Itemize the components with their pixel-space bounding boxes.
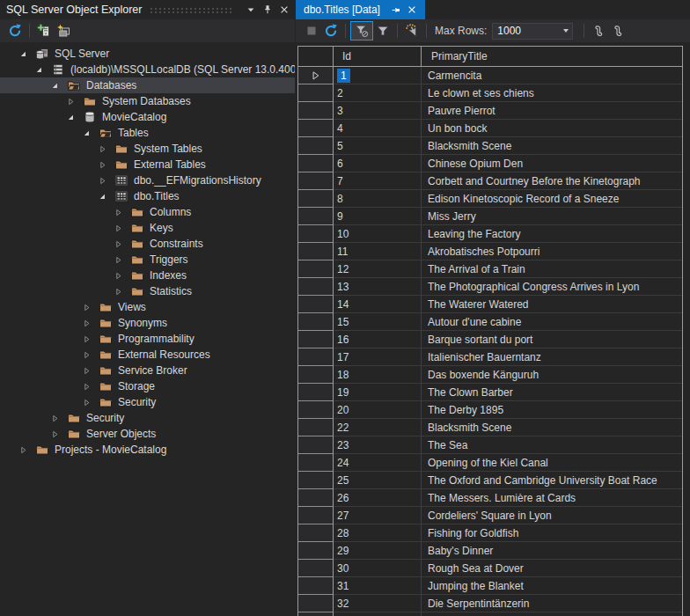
expand-arrow-icon[interactable] <box>113 268 123 282</box>
cell-primarytitle[interactable]: The Sea <box>422 436 682 454</box>
cell-primarytitle[interactable]: The Arrival of a Train <box>422 260 682 278</box>
column-header-primarytitle[interactable]: PrimaryTitle <box>422 47 682 66</box>
refresh-button[interactable] <box>321 21 341 40</box>
cell-id[interactable]: 7 <box>334 172 422 190</box>
refresh-button[interactable] <box>5 21 25 40</box>
tree-item-service-broker[interactable]: Service Broker <box>0 363 295 378</box>
collapse-arrow-icon[interactable] <box>49 78 60 92</box>
row-header[interactable] <box>298 172 334 190</box>
cell-primarytitle[interactable]: Chinese Opium Den <box>422 155 682 172</box>
cell-primarytitle[interactable]: Opening of the Kiel Canal <box>422 454 682 472</box>
cell-id[interactable]: 3 <box>334 102 422 120</box>
cell-id[interactable]: 9 <box>334 208 422 225</box>
row-header[interactable] <box>298 454 334 472</box>
cell-id[interactable]: 28 <box>334 524 422 542</box>
tree-item-statistics[interactable]: Statistics <box>0 283 295 299</box>
cell-primarytitle[interactable]: Carmencita <box>422 67 682 84</box>
cell-id[interactable]: 20 <box>334 401 422 419</box>
cell-primarytitle[interactable]: Miss Jerry <box>422 208 682 225</box>
row-header[interactable] <box>298 331 334 348</box>
collapse-arrow-icon[interactable] <box>65 110 76 124</box>
cell-primarytitle[interactable]: The Clown Barber <box>422 384 682 401</box>
cell-id[interactable] <box>334 612 422 616</box>
row-header[interactable] <box>298 419 334 436</box>
new-object-button[interactable] <box>54 21 73 40</box>
expand-arrow-icon[interactable] <box>113 284 123 298</box>
expand-arrow-icon[interactable] <box>49 411 60 425</box>
cell-primarytitle[interactable]: Pauvre Pierrot <box>422 102 682 120</box>
expand-arrow-icon[interactable] <box>49 427 60 441</box>
row-header[interactable] <box>298 225 334 243</box>
cell-id[interactable]: 18 <box>334 366 422 384</box>
tab-close-button[interactable] <box>405 3 419 17</box>
row-header[interactable] <box>298 384 334 401</box>
row-header[interactable] <box>298 595 334 612</box>
script-to-file-button[interactable] <box>608 21 628 40</box>
cell-primarytitle[interactable]: Baby's Dinner <box>422 542 682 560</box>
row-header[interactable] <box>298 612 334 616</box>
cell-id[interactable]: 32 <box>334 595 422 612</box>
expand-arrow-icon[interactable] <box>81 332 92 346</box>
cell-id[interactable]: 13 <box>334 278 422 296</box>
cell-id[interactable]: 19 <box>334 384 422 401</box>
cell-primarytitle[interactable]: Barque sortant du port <box>422 331 682 348</box>
expand-arrow-icon[interactable] <box>81 363 92 378</box>
expand-arrow-icon[interactable] <box>81 348 92 362</box>
tree-item-moviecatalog[interactable]: MovieCatalog <box>0 109 295 125</box>
cell-primarytitle[interactable]: The Photographical Congress Arrives in L… <box>422 278 682 296</box>
cell-id[interactable]: 29 <box>334 542 422 560</box>
cell-id[interactable]: 27 <box>334 507 422 524</box>
tree-item-sql-server[interactable]: SQL Server <box>0 46 295 62</box>
row-header[interactable] <box>298 137 334 155</box>
tree-item-system-tables[interactable]: System Tables <box>0 141 295 157</box>
tab-dbo-titles-data[interactable]: dbo.Titles [Data] <box>296 0 425 19</box>
cell-id[interactable]: 15 <box>334 313 422 331</box>
expand-arrow-icon[interactable] <box>81 316 92 330</box>
cell-primarytitle[interactable]: Le clown et ses chiens <box>422 84 682 102</box>
tree-item-storage[interactable]: Storage <box>0 378 295 394</box>
cell-primarytitle[interactable]: Corbett and Courtney Before the Kinetogr… <box>422 172 682 190</box>
tree-item-server-objects[interactable]: Server Objects <box>0 426 295 442</box>
tree-item-triggers[interactable]: Triggers <box>0 252 295 268</box>
cell-id[interactable]: 14 <box>334 296 422 313</box>
row-header[interactable] <box>298 366 334 384</box>
tree-item-programmability[interactable]: Programmability <box>0 331 295 347</box>
collapse-arrow-icon[interactable] <box>18 47 28 61</box>
tree-item-keys[interactable]: Keys <box>0 220 295 236</box>
cell-primarytitle[interactable]: The Messers. Lumière at Cards <box>422 489 682 507</box>
row-header[interactable] <box>298 507 334 524</box>
row-header[interactable] <box>298 190 334 208</box>
add-sql-server-button[interactable] <box>34 21 54 40</box>
cell-primarytitle[interactable]: Blacksmith Scene <box>422 419 682 436</box>
tree-item--localdb-mssqllocaldb-sql-server-13-0-4001[interactable]: (localdb)\MSSQLLocalDB (SQL Server 13.0.… <box>0 62 295 77</box>
max-rows-combobox[interactable]: 1000 <box>492 23 573 40</box>
cell-primarytitle[interactable]: Un bon bock <box>422 120 682 137</box>
selected-cell-value[interactable]: 1 <box>337 69 350 83</box>
cell-id[interactable]: 8 <box>334 190 422 208</box>
expand-arrow-icon[interactable] <box>113 253 123 267</box>
row-header[interactable] <box>298 278 334 296</box>
cell-primarytitle[interactable]: The Waterer Watered <box>422 296 682 313</box>
cell-primarytitle[interactable]: The Derby 1895 <box>422 401 682 419</box>
cell-primarytitle[interactable]: Italienischer Bauerntanz <box>422 348 682 366</box>
row-header[interactable] <box>298 296 334 313</box>
row-header[interactable] <box>298 102 334 120</box>
cell-primarytitle[interactable]: Edison Kinetoscopic Record of a Sneeze <box>422 190 682 208</box>
row-header[interactable] <box>298 436 334 454</box>
cell-primarytitle[interactable]: Cordeliers' Square in Lyon <box>422 507 682 524</box>
row-header[interactable] <box>298 489 334 507</box>
combobox-dropdown-button[interactable] <box>559 29 572 33</box>
cell-id[interactable]: 11 <box>334 243 422 260</box>
cell-primarytitle[interactable]: Rough Sea at Dover <box>422 560 682 577</box>
tree-item-external-resources[interactable]: External Resources <box>0 347 295 363</box>
cell-primarytitle[interactable]: Fishing for Goldfish <box>422 524 682 542</box>
window-position-button[interactable] <box>243 3 258 18</box>
row-header[interactable] <box>298 260 334 278</box>
expand-arrow-icon[interactable] <box>113 237 123 251</box>
row-header[interactable] <box>298 401 334 419</box>
cell-id[interactable]: 31 <box>334 577 422 595</box>
expand-arrow-icon[interactable] <box>113 221 123 235</box>
cell-id[interactable]: 22 <box>334 419 422 436</box>
cell-primarytitle[interactable]: Autour d'une cabine <box>422 313 682 331</box>
row-header[interactable] <box>298 155 334 172</box>
